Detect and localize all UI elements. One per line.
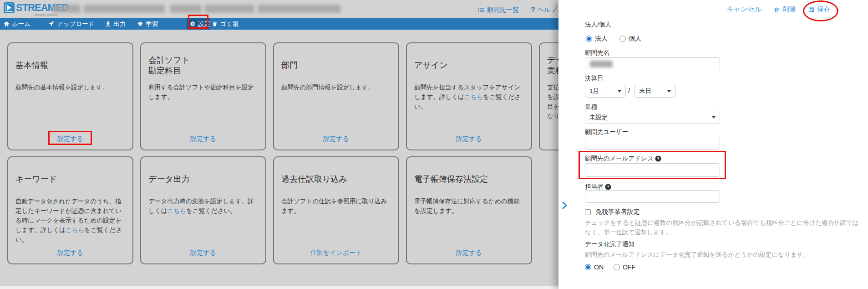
client-name-label: 顧問先名	[585, 49, 609, 57]
card-department: 部門 顧問先の部門情報を設定します。 設定する	[273, 42, 399, 150]
client-list-link[interactable]: 顧問先一覧	[478, 6, 519, 14]
configure-link[interactable]: 設定する	[8, 249, 132, 257]
radio-on-label: ON	[594, 263, 604, 271]
cancel-button[interactable]: キャンセル	[726, 5, 761, 14]
paper-plane-icon	[48, 21, 55, 27]
card-title: 過去仕訳取り込み	[281, 166, 391, 193]
configure-link[interactable]: 設定する	[274, 135, 398, 143]
card-assign: アサイン 顧問先を担当するスタッフをアサインします。詳しくはこちらをご覧ください…	[406, 42, 532, 150]
streamed-logo-icon	[4, 2, 15, 13]
client-list-label: 顧問先一覧	[487, 6, 519, 14]
radio-individual-label: 個人	[629, 35, 641, 43]
card-desc: 顧問先の部門情報を設定します。	[281, 84, 374, 91]
nav-label: 設定	[198, 20, 210, 28]
client-name-input[interactable]	[585, 57, 720, 70]
svg-text:?: ?	[607, 185, 609, 189]
question-icon: ?	[531, 6, 535, 14]
industry-select[interactable]: 未設定	[585, 111, 720, 124]
notice-on-off-group: ON OFF	[585, 263, 635, 271]
redacted-blur	[258, 5, 340, 13]
panel-toolbar: キャンセル 削除 保存	[726, 5, 831, 14]
closing-date-label: 決算日	[585, 74, 604, 83]
card-accounting-software: 会計ソフト 勘定科目 利用する会計ソフトや勘定科目を設定します。 設定する	[140, 42, 266, 150]
chevron-down-icon	[618, 90, 621, 93]
redacted-blur	[170, 5, 201, 13]
redacted-blur	[205, 5, 254, 13]
card-desc: 顧問先の基本情報を設定します。	[15, 84, 108, 91]
client-email-label-text: 顧問先のメールアドレス	[585, 155, 654, 163]
closing-day-select[interactable]: 末日	[635, 85, 675, 98]
radio-off[interactable]	[614, 264, 620, 270]
nav-home[interactable]: ホーム	[4, 18, 30, 30]
radio-corporate-label: 法人	[595, 35, 608, 43]
chevron-down-icon	[667, 90, 671, 93]
card-denshi-chobo: 電子帳簿保存法設定 電子帳簿保存法に対応するための機能を設定します。 設定する	[406, 156, 532, 264]
nav-trash[interactable]: ゴミ箱	[212, 18, 239, 30]
horizontal-scrollbar-track[interactable]	[0, 286, 558, 289]
card-title: データ出力	[148, 166, 258, 193]
configure-link[interactable]: 設定する	[141, 249, 265, 257]
tax-exempt-label: 免税事業者設定	[595, 208, 640, 216]
card-title: 部門	[281, 52, 391, 79]
redacted-blur	[84, 5, 165, 13]
card-title: アサイン	[414, 52, 524, 79]
radio-off-label: OFF	[623, 263, 635, 271]
gear-icon	[190, 21, 196, 27]
staff-input[interactable]	[585, 190, 720, 203]
redacted-blur	[52, 5, 80, 13]
nav-settings[interactable]: 設定	[190, 18, 210, 30]
card-desc: をご覧ください。	[186, 207, 236, 214]
card-title: キーワード	[15, 166, 125, 193]
nav-label: アップロード	[57, 20, 95, 28]
list-icon	[478, 7, 485, 13]
tax-exempt-checkbox[interactable]	[585, 209, 591, 215]
help-question-icon[interactable]: ?	[605, 184, 611, 190]
delete-label: 削除	[782, 5, 796, 14]
chevron-down-icon	[712, 116, 716, 119]
closing-month-value: 1月	[589, 87, 599, 95]
card-title: 会計ソフト 勘定科目	[148, 52, 258, 79]
card-desc: 電子帳簿保存法に対応するための機能を設定します。	[414, 198, 519, 214]
client-user-label: 顧問先ユーザー	[585, 128, 628, 136]
save-label: 保存	[817, 5, 831, 14]
date-separator: /	[628, 87, 630, 94]
kochira-link[interactable]: こちら	[66, 227, 84, 233]
graduation-cap-icon	[137, 21, 143, 27]
corp-type-label: 法人/個人	[585, 21, 611, 29]
card-data-output: データ出力 データ出力時の変換を設定します。詳しくはこちらをご覧ください。 設定…	[140, 156, 266, 264]
nav-upload[interactable]: アップロード	[48, 18, 95, 30]
svg-text:?: ?	[657, 156, 660, 161]
save-button[interactable]: 保存	[808, 5, 831, 14]
help-question-icon[interactable]: ?	[655, 155, 661, 162]
radio-corporate[interactable]	[586, 36, 592, 42]
completion-notice-label: データ化完了通知	[585, 240, 635, 248]
radio-on[interactable]	[585, 264, 591, 270]
closing-month-select[interactable]: 1月	[585, 85, 626, 98]
help-label: ヘルプ	[538, 6, 557, 14]
card-title: 基本情報	[15, 52, 125, 79]
radio-individual[interactable]	[619, 36, 626, 42]
nav-output[interactable]: 出力	[105, 18, 126, 30]
kochira-link[interactable]: こちら	[167, 207, 186, 214]
nav-learn[interactable]: 学習	[137, 18, 158, 30]
kochira-link[interactable]: こちら	[464, 93, 483, 100]
configure-link[interactable]: 設定する	[8, 135, 132, 143]
card-keyword: キーワード 自動データ化されたデータのうち、指定したキーワードが証憑に含まれてい…	[7, 156, 133, 264]
help-link[interactable]: ? ヘルプ	[531, 6, 557, 14]
trash-icon	[773, 6, 780, 13]
delete-button[interactable]: 削除	[773, 5, 796, 14]
trash-icon	[212, 21, 218, 27]
home-icon	[4, 21, 10, 27]
industry-value: 未設定	[589, 114, 608, 122]
client-user-input[interactable]	[585, 137, 720, 150]
configure-link[interactable]: 設定する	[407, 135, 531, 143]
client-settings-panel: キャンセル 削除 保存 法人/個人 法人 個人 顧問先名 決算日 1月 / 末日…	[558, 0, 868, 289]
client-email-input[interactable]	[585, 163, 720, 177]
download-icon	[105, 21, 111, 27]
configure-link[interactable]: 設定する	[141, 135, 265, 143]
import-journal-link[interactable]: 仕訳をインポート	[274, 249, 398, 257]
completion-notice-description: 顧問先のメールアドレスにデータ化完了通知を送るかどうかの設定になります。	[585, 250, 863, 259]
floppy-save-icon	[808, 6, 815, 13]
panel-collapse-chevron-icon[interactable]	[562, 201, 568, 211]
configure-link[interactable]: 設定する	[407, 249, 531, 257]
